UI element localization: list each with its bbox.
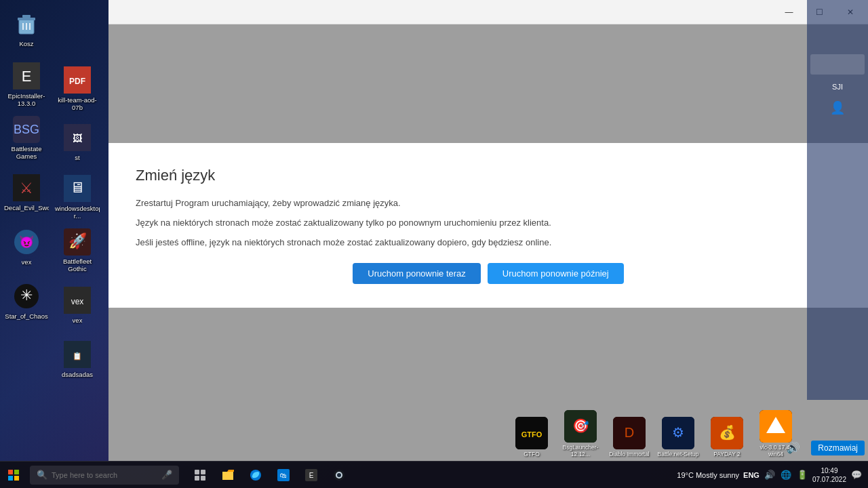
star-of-chaos-image: ✳ — [12, 282, 41, 310]
battlestate-icon[interactable]: BSG Battlestate Games Launcher — [3, 113, 50, 164]
desktop-icons-col1: Kosz E EpicInstaller-13.3.0 BSG Battlest… — [3, 3, 50, 327]
right-panel: SJI 👤 — [807, 0, 868, 400]
restart-now-button[interactable]: Uruchom ponownie teraz — [353, 263, 481, 284]
svg-text:📋: 📋 — [73, 351, 82, 361]
file-explorer-button[interactable] — [215, 462, 241, 488]
bsglauncher-label: BsgLauncher-12.12... — [559, 445, 601, 458]
battlefleet-image: 🚀 — [63, 228, 92, 256]
gtfo-icon[interactable]: GTFO GTFO — [509, 407, 555, 460]
svg-text:E: E — [22, 68, 32, 85]
datetime-display: 10:49 07.07.2022 — [812, 466, 846, 484]
edge-button[interactable] — [243, 462, 269, 488]
svg-text:vex: vex — [71, 297, 84, 306]
pdf-label: kill-team-aod-07b — [57, 96, 98, 112]
battlestate-label: Battlestate Games Launcher — [6, 145, 47, 161]
rozmawia-button[interactable]: Rozmawiaj — [811, 441, 865, 455]
search-icon: 🔍 — [37, 470, 47, 480]
vex-image: 😈 — [12, 228, 41, 256]
payday2-icon[interactable]: 💰 PAYDAY 2 — [704, 407, 750, 460]
search-input[interactable] — [52, 471, 160, 479]
st-icon[interactable]: 🖼 st — [54, 117, 100, 168]
svg-text:🛍: 🛍 — [280, 472, 287, 479]
window-titlebar: — ☐ ✕ — [108, 0, 868, 24]
notification-icon[interactable]: 💬 — [850, 469, 863, 481]
start-button[interactable] — [0, 462, 27, 489]
st-label: st — [75, 154, 79, 161]
svg-text:🖥: 🖥 — [70, 179, 85, 196]
svg-rect-44 — [195, 470, 199, 474]
svg-text:🚀: 🚀 — [68, 232, 87, 250]
vex2-icon[interactable]: vex vex — [54, 280, 100, 331]
desktop: Kosz E EpicInstaller-13.3.0 BSG Battlest… — [0, 0, 868, 488]
epic-installer-icon[interactable]: E EpicInstaller-13.3.0 — [3, 59, 50, 110]
vex-label: vex — [22, 258, 32, 266]
svg-rect-41 — [14, 470, 19, 474]
battlenet-setup-icon[interactable]: ⚙ Battle.net-Setup — [655, 407, 701, 460]
vlc-icon[interactable]: vlc-3.0.17.4-win64 — [753, 407, 799, 460]
taskbar-search-bar[interactable]: 🔍 🎤 — [30, 466, 179, 485]
restart-later-button[interactable]: Uruchom ponownie później — [488, 263, 624, 284]
pdf-image: PDF — [63, 66, 92, 94]
battlefleet-icon[interactable]: 🚀 Battlefleet Gothic Armada 2 — [54, 226, 100, 277]
epic-installer-label: EpicInstaller-13.3.0 — [6, 92, 47, 108]
svg-rect-47 — [201, 476, 205, 481]
vlc-image — [760, 410, 792, 443]
language-display[interactable]: ENG — [743, 471, 760, 479]
steam-button[interactable] — [326, 462, 352, 488]
epic-games-taskbar-button[interactable]: E — [298, 462, 324, 488]
bottom-game-icons: GTFO GTFO 🎯 BsgLauncher-12.12... D Diabl… — [509, 407, 799, 460]
dialog-paragraph2: Język na niektórych stronach może zostać… — [136, 216, 841, 230]
system-tray: 19°C Mostly sunny ENG 🔊 🌐 🔋 10:49 07.07.… — [677, 466, 868, 484]
svg-rect-2 — [22, 15, 31, 18]
dialog-paragraph3: Jeśli jesteś offline, język na niektóryc… — [136, 236, 841, 250]
svg-rect-40 — [8, 470, 13, 474]
dsadsadas-icon[interactable]: 📋 dsadsadas — [54, 334, 100, 385]
vex2-label: vex — [73, 317, 83, 324]
taskbar: 🔍 🎤 🛍 E 19 — [0, 461, 868, 488]
diablo-immortal-icon[interactable]: D Diablo Immortal — [606, 407, 652, 460]
svg-text:D: D — [625, 425, 634, 440]
volume-icon[interactable]: 🔊 — [764, 469, 776, 481]
payday2-image: 💰 — [711, 417, 743, 449]
gtfo-image: GTFO — [515, 417, 548, 449]
recycle-bin-icon[interactable]: Kosz — [3, 3, 50, 54]
battlefleet-label: Battlefleet Gothic Armada 2 — [57, 258, 98, 274]
svg-text:⚔: ⚔ — [20, 180, 33, 197]
decal-evil-sword-label: Decal_Evil_Sword... — [4, 204, 49, 211]
store-button[interactable]: 🛍 — [271, 462, 296, 488]
svg-text:BSG: BSG — [14, 123, 39, 136]
star-of-chaos-icon[interactable]: ✳ Star_of_Chaos — [3, 276, 50, 327]
minimize-button[interactable]: — — [774, 0, 804, 24]
bsglauncher-icon[interactable]: 🎯 BsgLauncher-12.12... — [557, 407, 604, 460]
vlc-label: vlc-3.0.17.4-win64 — [755, 445, 797, 458]
battery-icon[interactable]: 🔋 — [796, 469, 808, 481]
weather-display: 19°C Mostly sunny — [677, 471, 739, 479]
vex-icon[interactable]: 😈 vex — [3, 222, 50, 272]
svg-rect-46 — [195, 476, 199, 481]
svg-rect-43 — [14, 476, 19, 481]
dialog-title: Zmień język — [136, 167, 841, 184]
battlenet-setup-label: Battle.net-Setup — [658, 451, 699, 458]
window-gray-top — [108, 24, 868, 143]
right-panel-avatar-icon[interactable]: 👤 — [830, 100, 845, 115]
task-view-button[interactable] — [187, 462, 213, 488]
battlenet-setup-image: ⚙ — [662, 417, 694, 449]
decal-evil-sword-icon[interactable]: ⚔ Decal_Evil_Sword... — [3, 167, 50, 218]
dialog-paragraph1: Zrestartuj Program uruchamiający, żeby w… — [136, 197, 841, 211]
network-icon[interactable]: 🌐 — [780, 469, 792, 481]
star-of-chaos-label: Star_of_Chaos — [5, 312, 47, 320]
windows-desktop-icon[interactable]: 🖥 windowsdesktop-r... — [54, 171, 100, 222]
svg-text:E: E — [309, 472, 314, 479]
taskbar-middle-buttons: 🛍 E — [187, 462, 352, 488]
svg-text:GTFO: GTFO — [521, 430, 542, 439]
diablo-immortal-image: D — [613, 417, 646, 449]
pdf-icon[interactable]: PDF kill-team-aod-07b — [54, 63, 100, 114]
vex2-image: vex — [63, 286, 92, 314]
bsglauncher-image: 🎯 — [564, 410, 597, 443]
dialog-content: Zmień język Zrestartuj Program uruchamia… — [108, 143, 868, 308]
microphone-icon[interactable]: 🎤 — [161, 470, 172, 480]
svg-point-55 — [337, 473, 341, 477]
svg-text:🎯: 🎯 — [572, 418, 589, 434]
gtfo-label: GTFO — [524, 451, 540, 458]
svg-text:✳: ✳ — [20, 287, 33, 304]
